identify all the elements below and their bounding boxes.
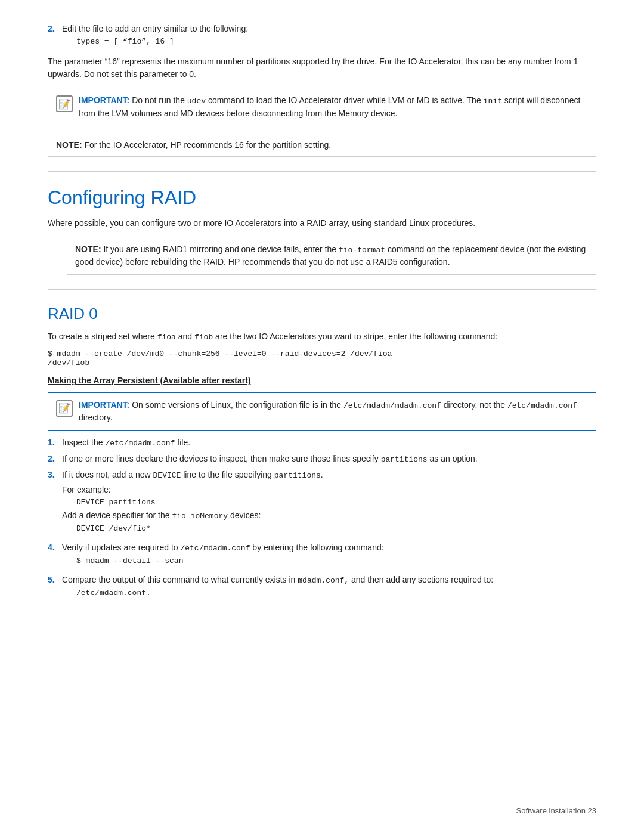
- step3-code-partitions: partitions: [274, 471, 321, 480]
- step2-code-partitions: partitions: [381, 455, 428, 464]
- raid0-important-icon: 📝: [56, 400, 73, 417]
- page-footer: Software installation 23: [516, 806, 596, 815]
- raid0-step-2: 2. If one or more lines declare the devi…: [48, 454, 596, 464]
- important-code-init: init: [484, 97, 502, 106]
- raid0-step-5-content: Compare the output of this command to wh…: [62, 575, 596, 601]
- raid0-step-3-num: 3.: [48, 470, 62, 537]
- step-2-item: 2. Edit the file to add an entry similar…: [48, 24, 596, 49]
- raid-note-content: NOTE: If you are using RAID1 mirroring a…: [75, 243, 588, 269]
- raid0-important-text-b: directory, not the: [441, 400, 507, 410]
- raid0-subheading: Making the Array Persistent (Available a…: [48, 376, 596, 385]
- important-text-1a: Do not run the: [132, 95, 187, 105]
- add-device-text: Add a device specifier for the fio ioMem…: [62, 510, 596, 521]
- step-2-text: Edit the file to add an entry similar to…: [62, 24, 248, 33]
- raid0-important-content: IMPORTANT: On some versions of Linux, th…: [79, 399, 588, 425]
- step3-code-device: DEVICE: [153, 471, 181, 480]
- fio-iomemory-text: fio ioMemory: [172, 512, 228, 521]
- raid0-step-4: 4. Verify if updates are required to /et…: [48, 543, 596, 569]
- raid0-step-4-content: Verify if updates are required to /etc/m…: [62, 543, 596, 569]
- important-code-udev: udev: [187, 97, 206, 106]
- example-code2: DEVICE /dev/fio*: [76, 524, 596, 533]
- raid0-step-5: 5. Compare the output of this command to…: [48, 575, 596, 601]
- raid0-command: $ mdadm --create /dev/md0 --chunk=256 --…: [48, 349, 596, 367]
- section-divider-2: [48, 289, 596, 290]
- raid0-code-path1: /etc/mdadm/mdadm.conf: [343, 401, 441, 410]
- step5-code-path: /etc/mdadm.conf.: [76, 589, 596, 597]
- note-label-1: NOTE:: [56, 140, 82, 150]
- raid-note-text-a: If you are using RAID1 mirroring and one…: [103, 244, 339, 254]
- important-box-1: 📝 IMPORTANT: Do not run the udev command…: [48, 88, 596, 126]
- section-divider-1: [48, 171, 596, 172]
- raid0-title: RAID 0: [48, 305, 596, 323]
- step-2-code: types = [ “fio”, 16 ]: [76, 37, 596, 46]
- step-2-number: 2.: [48, 24, 62, 49]
- example-code1: DEVICE partitions: [76, 498, 596, 507]
- raid0-important-text-a: On some versions of Linux, the configura…: [132, 400, 343, 410]
- raid0-step-1-num: 1.: [48, 438, 62, 448]
- raid0-intro: To create a striped set where fioa and f…: [48, 330, 596, 343]
- step5-code-mdadm: mdadm.conf,: [298, 576, 349, 585]
- configuring-raid-intro: Where possible, you can configure two or…: [48, 217, 596, 230]
- raid0-step-4-num: 4.: [48, 543, 62, 569]
- raid0-fioa: fioa: [157, 333, 176, 342]
- raid0-step-1: 1. Inspect the /etc/mdadm.conf file.: [48, 438, 596, 448]
- raid0-step-1-content: Inspect the /etc/mdadm.conf file.: [62, 438, 596, 448]
- important-text-1b: command to load the IO Accelerator drive…: [206, 95, 484, 105]
- raid0-step-2-num: 2.: [48, 454, 62, 464]
- raid0-important-box: 📝 IMPORTANT: On some versions of Linux, …: [48, 392, 596, 431]
- important-content-1: IMPORTANT: Do not run the udev command t…: [79, 94, 588, 120]
- raid0-step-3-content: If it does not, add a new DEVICE line to…: [62, 470, 596, 537]
- raid0-important-text-c: directory.: [79, 413, 113, 422]
- raid0-step-3: 3. If it does not, add a new DEVICE line…: [48, 470, 596, 537]
- note-text-1: For the IO Accelerator, HP recommends 16…: [84, 140, 331, 150]
- configuring-raid-title: Configuring RAID: [48, 187, 596, 209]
- raid0-important-label: IMPORTANT:: [79, 400, 129, 410]
- step-2-content: Edit the file to add an entry similar to…: [62, 24, 596, 49]
- example-label: For example:: [62, 485, 596, 494]
- important-icon-1: 📝: [56, 95, 73, 112]
- note-box-1: NOTE: For the IO Accelerator, HP recomme…: [48, 134, 596, 157]
- raid0-step-2-content: If one or more lines declare the devices…: [62, 454, 596, 464]
- step4-code-path: /etc/mdadm.conf: [180, 544, 250, 553]
- raid-note-box: NOTE: If you are using RAID1 mirroring a…: [67, 237, 596, 275]
- raid0-steps-list: 1. Inspect the /etc/mdadm.conf file. 2. …: [48, 438, 596, 601]
- step1-code: /etc/mdadm.conf: [105, 439, 175, 448]
- raid0-fiob: fiob: [194, 333, 213, 342]
- raid-note-label: NOTE:: [75, 244, 101, 254]
- raid0-code-path2: /etc/mdadm.conf: [507, 401, 577, 410]
- important-label-1: IMPORTANT:: [79, 95, 129, 105]
- param-note: The parameter “16” represents the maximu…: [48, 55, 596, 80]
- raid-note-code-fioformat: fio-format: [339, 246, 385, 255]
- raid0-step-5-num: 5.: [48, 575, 62, 601]
- step4-command: $ mdadm --detail --scan: [76, 556, 596, 565]
